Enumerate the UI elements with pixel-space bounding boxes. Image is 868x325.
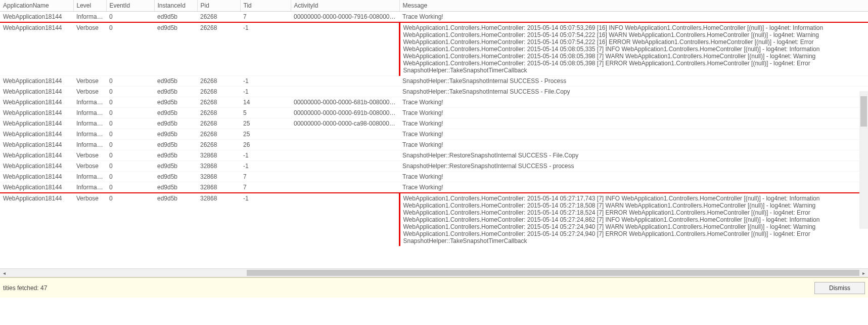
cell-inst: ed9d5b bbox=[154, 182, 197, 193]
cell-act: 00000000-0000-0000-691b-0080000000d3 bbox=[291, 108, 399, 118]
table-row[interactable]: WebApplication18144Information0ed9d5b262… bbox=[0, 118, 868, 129]
cell-app: WebApplication18144 bbox=[0, 129, 73, 140]
col-header-activityid[interactable]: ActivityId bbox=[291, 0, 399, 12]
cell-tid: 26 bbox=[240, 140, 291, 150]
scroll-left-arrow-icon[interactable]: ◂ bbox=[0, 269, 9, 277]
cell-level: Information bbox=[73, 182, 106, 193]
cell-event: 0 bbox=[106, 87, 154, 97]
table-row[interactable]: WebApplication18144Information0ed9d5b262… bbox=[0, 12, 868, 23]
cell-level: Verbose bbox=[73, 161, 106, 172]
vertical-scrollbar[interactable] bbox=[859, 91, 868, 229]
status-bar: tities fetched: 47 Dismiss bbox=[0, 277, 868, 298]
cell-pid: 32868 bbox=[197, 172, 240, 182]
log-grid[interactable]: ApplicationName Level EventId InstanceId… bbox=[0, 0, 868, 277]
cell-act bbox=[291, 129, 399, 140]
cell-pid: 26268 bbox=[197, 97, 240, 108]
cell-level: Verbose bbox=[73, 22, 106, 76]
cell-act: 00000000-0000-0000-ca98-0080000000fe bbox=[291, 118, 399, 129]
cell-app: WebApplication18144 bbox=[0, 87, 73, 97]
cell-tid: -1 bbox=[240, 150, 291, 161]
col-header-pid[interactable]: Pid bbox=[197, 0, 240, 12]
cell-level: Information bbox=[73, 12, 106, 23]
cell-msg: Trace Working! bbox=[399, 129, 868, 140]
table-row[interactable]: WebApplication18144Verbose0ed9d5b32868-1… bbox=[0, 161, 868, 172]
col-header-message[interactable]: Message bbox=[399, 0, 868, 12]
cell-pid: 26268 bbox=[197, 22, 240, 76]
cell-event: 0 bbox=[106, 97, 154, 108]
table-row[interactable]: WebApplication18144Information0ed9d5b262… bbox=[0, 140, 868, 150]
cell-app: WebApplication18144 bbox=[0, 118, 73, 129]
cell-tid: -1 bbox=[240, 76, 291, 87]
table-row[interactable]: WebApplication18144Information0ed9d5b328… bbox=[0, 172, 868, 182]
cell-event: 0 bbox=[106, 150, 154, 161]
cell-event: 0 bbox=[106, 193, 154, 246]
table-row[interactable]: WebApplication18144Verbose0ed9d5b26268-1… bbox=[0, 76, 868, 87]
cell-msg: SnapshotHelper::TakeSnapshotInternal SUC… bbox=[399, 87, 868, 97]
cell-app: WebApplication18144 bbox=[0, 22, 73, 76]
cell-event: 0 bbox=[106, 172, 154, 182]
cell-level: Information bbox=[73, 97, 106, 108]
cell-tid: 14 bbox=[240, 97, 291, 108]
cell-pid: 26268 bbox=[197, 140, 240, 150]
cell-act bbox=[291, 76, 399, 87]
cell-event: 0 bbox=[106, 182, 154, 193]
scroll-right-arrow-icon[interactable]: ▸ bbox=[859, 269, 868, 277]
cell-level: Verbose bbox=[73, 193, 106, 246]
cell-act: 00000000-0000-0000-7916-0080000000a4 bbox=[291, 12, 399, 23]
cell-act bbox=[291, 182, 399, 193]
cell-pid: 26268 bbox=[197, 12, 240, 23]
cell-msg: Trace Working! bbox=[399, 118, 868, 129]
cell-app: WebApplication18144 bbox=[0, 108, 73, 118]
cell-pid: 26268 bbox=[197, 76, 240, 87]
cell-app: WebApplication18144 bbox=[0, 150, 73, 161]
table-row[interactable]: WebApplication18144Verbose0ed9d5b26268-1… bbox=[0, 87, 868, 97]
cell-pid: 26268 bbox=[197, 87, 240, 97]
cell-pid: 26268 bbox=[197, 129, 240, 140]
cell-inst: ed9d5b bbox=[154, 118, 197, 129]
dismiss-button[interactable]: Dismiss bbox=[814, 282, 865, 294]
cell-msg: Trace Working! bbox=[399, 12, 868, 23]
table-row[interactable]: WebApplication18144Verbose0ed9d5b32868-1… bbox=[0, 150, 868, 161]
cell-app: WebApplication18144 bbox=[0, 12, 73, 23]
col-header-tid[interactable]: Tid bbox=[240, 0, 291, 12]
cell-act bbox=[291, 87, 399, 97]
table-row[interactable]: WebApplication18144Information0ed9d5b328… bbox=[0, 182, 868, 193]
cell-pid: 26268 bbox=[197, 108, 240, 118]
cell-inst: ed9d5b bbox=[154, 87, 197, 97]
cell-act bbox=[291, 140, 399, 150]
col-header-eventid[interactable]: EventId bbox=[106, 0, 154, 12]
table-row[interactable]: WebApplication18144Verbose0ed9d5b32868-1… bbox=[0, 193, 868, 246]
horizontal-scrollbar[interactable]: ◂ ▸ bbox=[0, 268, 868, 277]
cell-inst: ed9d5b bbox=[154, 129, 197, 140]
table-row[interactable]: WebApplication18144Information0ed9d5b262… bbox=[0, 97, 868, 108]
cell-tid: 7 bbox=[240, 172, 291, 182]
cell-tid: -1 bbox=[240, 22, 291, 76]
vertical-scroll-thumb[interactable] bbox=[860, 96, 867, 127]
table-row[interactable]: WebApplication18144Information0ed9d5b262… bbox=[0, 129, 868, 140]
cell-tid: -1 bbox=[240, 193, 291, 246]
col-header-instanceid[interactable]: InstanceId bbox=[154, 0, 197, 12]
cell-inst: ed9d5b bbox=[154, 108, 197, 118]
cell-inst: ed9d5b bbox=[154, 150, 197, 161]
table-header: ApplicationName Level EventId InstanceId… bbox=[0, 0, 868, 12]
table-row[interactable]: WebApplication18144Verbose0ed9d5b26268-1… bbox=[0, 22, 868, 76]
cell-inst: ed9d5b bbox=[154, 161, 197, 172]
horizontal-scroll-thumb[interactable] bbox=[247, 270, 859, 276]
cell-app: WebApplication18144 bbox=[0, 182, 73, 193]
col-header-level[interactable]: Level bbox=[73, 0, 106, 12]
cell-msg: Trace Working! bbox=[399, 182, 868, 193]
cell-act bbox=[291, 161, 399, 172]
horizontal-scroll-track[interactable] bbox=[9, 269, 859, 277]
cell-tid: -1 bbox=[240, 161, 291, 172]
cell-level: Information bbox=[73, 129, 106, 140]
cell-event: 0 bbox=[106, 22, 154, 76]
col-header-application[interactable]: ApplicationName bbox=[0, 0, 73, 12]
cell-app: WebApplication18144 bbox=[0, 172, 73, 182]
cell-tid: -1 bbox=[240, 87, 291, 97]
cell-pid: 32868 bbox=[197, 193, 240, 246]
cell-tid: 7 bbox=[240, 12, 291, 23]
cell-inst: ed9d5b bbox=[154, 172, 197, 182]
cell-msg: Trace Working! bbox=[399, 97, 868, 108]
cell-msg: SnapshotHelper::RestoreSnapshotInternal … bbox=[399, 150, 868, 161]
table-row[interactable]: WebApplication18144Information0ed9d5b262… bbox=[0, 108, 868, 118]
